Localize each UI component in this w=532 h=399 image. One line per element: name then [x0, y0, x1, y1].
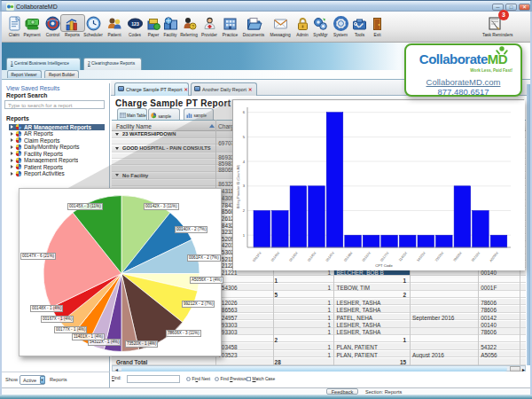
svg-text:Billing Provider ID (Count All: Billing Provider ID (Count All)	[237, 164, 240, 208]
svg-text:123: 123	[131, 20, 139, 26]
svg-text:?: ?	[191, 23, 193, 28]
svg-text:CPT Code: CPT Code	[375, 263, 393, 268]
